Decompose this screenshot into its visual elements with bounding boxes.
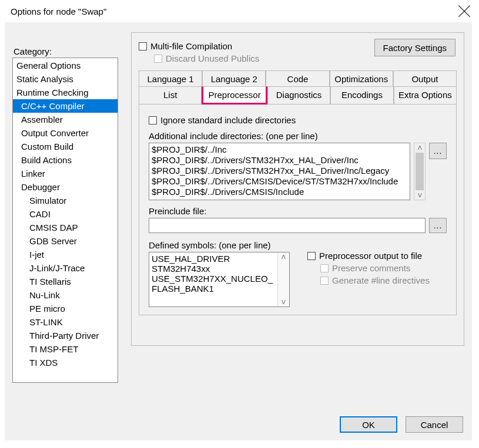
- discard-unused-label: Discard Unused Publics: [166, 53, 259, 63]
- category-item[interactable]: PE micro: [13, 302, 118, 315]
- preserve-comments-label: Preserve comments: [332, 263, 410, 273]
- category-item[interactable]: Assembler: [13, 113, 118, 126]
- tab-output[interactable]: Output: [393, 70, 457, 87]
- category-item[interactable]: J-Link/J-Trace: [13, 261, 118, 275]
- browse-preinclude-button[interactable]: ...: [429, 218, 447, 233]
- category-item[interactable]: ST-LINK: [13, 315, 118, 329]
- category-item[interactable]: TI XDS: [13, 356, 118, 369]
- category-item[interactable]: Static Analysis: [13, 72, 118, 86]
- include-line[interactable]: $PROJ_DIR$/../Drivers/STM32H7xx_HAL_Driv…: [152, 166, 407, 176]
- preproc-output-checkbox[interactable]: [307, 252, 316, 260]
- preproc-output-label: Preprocessor output to file: [319, 251, 422, 261]
- category-item[interactable]: C/C++ Compiler: [13, 99, 118, 113]
- defined-symbol-line[interactable]: STM32H743xx: [152, 264, 289, 274]
- gen-line-checkbox: [320, 277, 329, 285]
- gen-line-label: Generate #line directives: [332, 275, 430, 285]
- tab-language-2[interactable]: Language 2: [202, 70, 266, 87]
- category-item[interactable]: CMSIS DAP: [13, 221, 118, 234]
- defined-symbol-line[interactable]: USE_STM32H7XX_NUCLEO_: [152, 274, 289, 284]
- category-item[interactable]: TI MSP-FET: [13, 342, 118, 356]
- include-line[interactable]: $PROJ_DIR$/../Drivers/STM32H7xx_HAL_Driv…: [152, 155, 407, 166]
- defined-label: Defined symbols: (one per line): [149, 240, 290, 250]
- category-item[interactable]: Third-Party Driver: [13, 329, 118, 342]
- preinclude-label: Preinclude file:: [149, 206, 447, 216]
- category-item[interactable]: Runtime Checking: [13, 86, 118, 99]
- factory-settings-button[interactable]: Factory Settings: [374, 39, 455, 56]
- category-item[interactable]: CADI: [13, 207, 118, 221]
- addl-include-textbox[interactable]: $PROJ_DIR$/../Inc$PROJ_DIR$/../Drivers/S…: [149, 143, 410, 200]
- category-item[interactable]: General Options: [13, 59, 118, 72]
- defined-symbols-textbox[interactable]: USE_HAL_DRIVERSTM32H743xxUSE_STM32H7XX_N…: [149, 252, 290, 307]
- category-item[interactable]: Custom Build: [13, 140, 118, 153]
- scrollbar[interactable]: ᐱ ᐯ: [277, 252, 289, 306]
- defined-symbol-line[interactable]: USE_HAL_DRIVER: [152, 254, 289, 264]
- scrollbar[interactable]: ᐱ ᐯ: [414, 143, 426, 200]
- tab-optimizations[interactable]: Optimizations: [330, 70, 393, 87]
- cancel-button[interactable]: Cancel: [406, 416, 463, 433]
- window-title: Options for node "Swap": [11, 6, 106, 16]
- category-item[interactable]: Build Actions: [13, 153, 118, 167]
- category-item[interactable]: GDB Server: [13, 234, 118, 248]
- preinclude-input[interactable]: [149, 218, 426, 233]
- tab-code[interactable]: Code: [266, 70, 329, 87]
- defined-symbol-line[interactable]: FLASH_BANK1: [152, 284, 289, 294]
- category-item[interactable]: Output Converter: [13, 126, 118, 140]
- multi-file-checkbox[interactable]: [139, 42, 147, 50]
- ignore-std-label: Ignore standard include directories: [160, 115, 296, 125]
- category-item[interactable]: Debugger: [13, 180, 118, 194]
- preserve-comments-checkbox: [320, 264, 329, 272]
- ok-button[interactable]: OK: [340, 416, 397, 433]
- category-item[interactable]: Simulator: [13, 194, 118, 207]
- discard-unused-checkbox: [154, 55, 162, 63]
- scroll-down-icon[interactable]: ᐯ: [418, 191, 422, 200]
- tab-language-1[interactable]: Language 1: [139, 70, 202, 87]
- browse-include-button[interactable]: ...: [429, 143, 447, 159]
- ignore-std-checkbox[interactable]: [149, 116, 157, 124]
- multi-file-label: Multi-file Compilation: [150, 41, 232, 51]
- include-line[interactable]: $PROJ_DIR$/../Drivers/CMSIS/Include: [152, 187, 407, 197]
- scroll-up-icon[interactable]: ᐱ: [282, 252, 286, 261]
- scroll-up-icon[interactable]: ᐱ: [418, 143, 422, 152]
- category-item[interactable]: TI Stellaris: [13, 275, 118, 288]
- category-item[interactable]: Linker: [13, 167, 118, 180]
- category-item[interactable]: Nu-Link: [13, 288, 118, 302]
- scroll-down-icon[interactable]: ᐯ: [282, 298, 286, 306]
- include-line[interactable]: $PROJ_DIR$/../Drivers/CMSIS/Device/ST/ST…: [152, 176, 407, 187]
- tab-extra-options[interactable]: Extra Options: [394, 86, 457, 105]
- tab-diagnostics[interactable]: Diagnostics: [267, 86, 330, 105]
- category-list[interactable]: General OptionsStatic AnalysisRuntime Ch…: [12, 58, 118, 383]
- category-label: Category:: [14, 46, 118, 56]
- tab-encodings[interactable]: Encodings: [330, 86, 393, 105]
- category-item[interactable]: I-jet: [13, 248, 118, 261]
- tab-list[interactable]: List: [139, 86, 202, 105]
- include-line[interactable]: $PROJ_DIR$/../Inc: [152, 144, 407, 155]
- tab-preprocessor[interactable]: Preprocessor: [202, 86, 267, 105]
- addl-include-label: Additional include directories: (one per…: [149, 131, 447, 141]
- close-icon[interactable]: [458, 5, 471, 18]
